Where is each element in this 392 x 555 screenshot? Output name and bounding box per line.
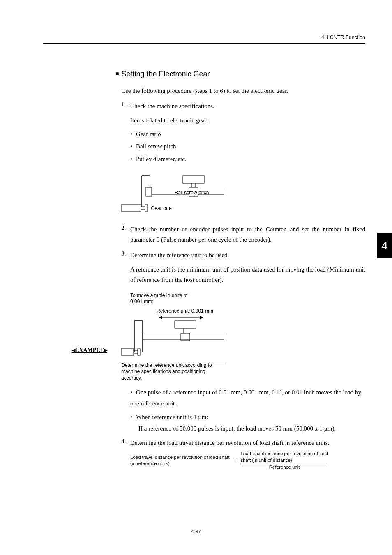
example-line: •When reference unit is 1 µm:: [130, 412, 365, 423]
caption-line: 0.001 mm:: [130, 299, 365, 305]
formula-left-2: (in reference units): [130, 461, 230, 467]
example-label-text: EXAMPLE: [75, 347, 104, 353]
intro-text: Use the following procedure (steps 1 to …: [121, 88, 365, 94]
formula-left-1: Load travel distance per revolution of l…: [130, 454, 230, 461]
diagram-ball-screw: Ball screw pitch Gear rate: [121, 173, 365, 219]
example-block: •One pulse of a reference input of 0.01 …: [130, 387, 365, 432]
step-number: 2.: [121, 224, 130, 245]
running-header: 4.4 CNTR Function: [321, 35, 365, 40]
svg-rect-10: [121, 205, 141, 211]
triangle-left-icon: ◀: [72, 348, 75, 352]
diagram-reference-unit: To move a table in units of 0.001 mm: Re…: [121, 292, 365, 382]
step-1: 1. Check the machine specifications. Ite…: [121, 101, 365, 219]
step-text: Determine the load travel distance per r…: [130, 438, 365, 448]
step-text: Determine the reference unit to be used.: [130, 250, 365, 260]
bullet-text: Gear ratio: [136, 131, 161, 137]
steps-list: 1. Check the machine specifications. Ite…: [121, 101, 365, 471]
bullet-item: •Pulley diameter, etc.: [130, 154, 365, 164]
label-gear: Gear rate: [151, 205, 172, 211]
step-2: 2. Check the number of encoder pulses in…: [121, 224, 365, 245]
section-heading-text: Setting the Electronic Gear: [121, 70, 210, 78]
svg-rect-29: [138, 349, 140, 355]
svg-marker-16: [200, 316, 203, 319]
page-content: ■Setting the Electronic Gear Use the fol…: [117, 70, 365, 477]
formula-bottom: Reference unit: [240, 464, 328, 471]
svg-rect-17: [175, 321, 196, 328]
example-indent: If a reference of 50,000 pulses is input…: [138, 425, 365, 432]
triangle-right-icon: ▶: [104, 348, 107, 352]
items-intro: Items related to electronic gear:: [130, 115, 365, 126]
step-number: 1.: [121, 101, 130, 167]
step-4: 4. Determine the load travel distance pe…: [121, 438, 365, 470]
header-rule: [43, 43, 365, 44]
caption-line: accuracy.: [121, 375, 365, 382]
formula: Load travel distance per revolution of l…: [130, 451, 365, 471]
svg-rect-6: [183, 176, 204, 183]
formula-equals: =: [235, 458, 238, 463]
formula-top-2: shaft (in unit of distance): [240, 457, 328, 464]
bullet-item: •Ball screw pitch: [130, 141, 365, 152]
step-text-2: A reference unit is the minimum unit of …: [130, 265, 365, 285]
bullet-text: Ball screw pitch: [136, 143, 176, 150]
chapter-thumb-tab: 4: [377, 233, 392, 258]
sub-bullets: •Gear ratio •Ball screw pitch •Pulley di…: [130, 129, 365, 164]
svg-marker-15: [159, 316, 162, 319]
example-text: When reference unit is 1 µm:: [136, 414, 208, 420]
page-number: 4-37: [0, 529, 392, 534]
step-text: Check the number of encoder pulses input…: [130, 224, 365, 245]
example-line: •One pulse of a reference input of 0.01 …: [130, 387, 365, 409]
square-bullet-icon: ■: [115, 70, 119, 77]
example-text: One pulse of a reference input of 0.01 m…: [130, 389, 361, 407]
example-label: ◀EXAMPLE▶: [72, 347, 107, 354]
bullet-item: •Gear ratio: [130, 129, 365, 139]
step-text: Check the machine specifications.: [130, 103, 214, 109]
label-ref-unit: Reference unit: 0.001 mm: [157, 308, 213, 314]
reference-unit-svg: Reference unit: 0.001 mm: [121, 308, 236, 358]
caption-line: Determine the reference unit according t…: [121, 362, 365, 369]
ball-screw-svg: Ball screw pitch Gear rate: [121, 173, 236, 217]
step-3: 3. Determine the reference unit to be us…: [121, 250, 365, 432]
svg-rect-13: [145, 205, 148, 211]
label-pitch: Ball screw pitch: [175, 190, 209, 196]
caption-line: To move a table in units of: [130, 292, 365, 299]
svg-rect-26: [121, 349, 134, 355]
bullet-text: Pulley diameter, etc.: [136, 156, 187, 162]
section-heading: ■Setting the Electronic Gear: [115, 70, 365, 78]
step-number: 3.: [121, 250, 130, 285]
svg-rect-5: [146, 187, 152, 196]
svg-rect-20: [181, 333, 190, 341]
formula-top-1: Load travel distance per revolution of l…: [240, 451, 328, 457]
caption-line: machine specifications and positioning: [121, 368, 365, 375]
step-number: 4.: [121, 438, 130, 448]
